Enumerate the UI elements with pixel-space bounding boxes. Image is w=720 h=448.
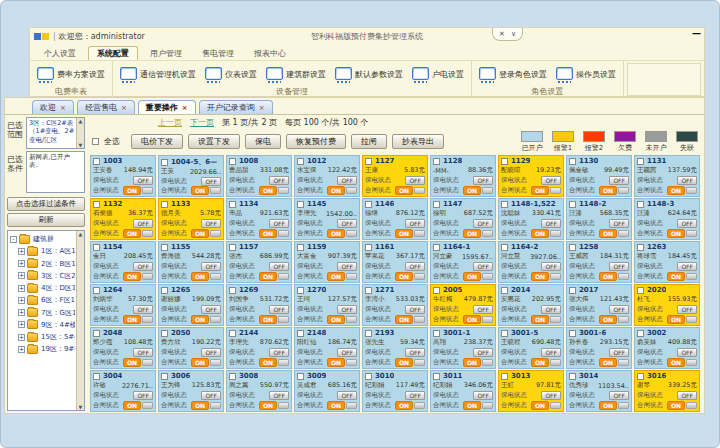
doc-tab[interactable]: 开户记录查询× [199,100,273,114]
card-checkbox[interactable] [569,201,576,208]
tree-root-node[interactable]: -建筑群 [10,233,75,245]
meter-card[interactable]: 1154金日208.45元保电状态OFF合闸状态ON [90,241,156,283]
meter-card[interactable]: 1265谢丽娜199.09元保电状态OFF合闸状态ON [158,284,224,326]
tree-node[interactable]: +19区：9#变电站（2# [10,343,75,355]
listbox-scrollbar[interactable]: ▲ ▼ [76,118,84,148]
meter-card[interactable]: 1133德月美5.78元保电状态OFF合闸状态ON [158,198,224,240]
card-checkbox[interactable] [501,373,508,380]
card-checkbox[interactable] [161,287,168,294]
meter-card[interactable]: 1008曹品甜331.08元保电状态OFF合闸状态ON [226,155,292,197]
tree-node[interactable]: +6区：F区1#井（F区1# [10,294,75,306]
meter-card[interactable]: 2017张大伟121.43元保电状态OFF合闸状态ON [566,284,632,326]
meter-card[interactable]: 2020杜飞155.93元保电状态OFF合闸状态ON [634,284,700,326]
meter-card[interactable]: 1147徐明687.52元保电状态OFF合闸状态ON [430,198,496,240]
meter-card[interactable]: 3004许敏2276.71..保电状态OFF合闸状态ON [90,370,156,412]
card-checkbox[interactable] [569,158,576,165]
meter-card[interactable]: 2148阳红仙186.74元保电状态OFF合闸状态ON [294,327,360,369]
card-checkbox[interactable] [161,201,168,208]
menu-tab[interactable]: 报表中心 [246,47,294,60]
meter-card[interactable]: 1130佩金敏99.49元保电状态OFF合闸状态ON [566,155,632,197]
meter-card[interactable]: 1164-1河立豪1595.67..保电状态OFF合闸状态ON [430,241,496,283]
meter-card[interactable]: 1161苹果花367.17元保电状态OFF合闸状态ON [362,241,428,283]
card-checkbox[interactable] [569,330,576,337]
scroll-down-icon[interactable]: ▼ [79,142,83,149]
card-checkbox[interactable] [297,201,304,208]
meter-card[interactable]: 1148-3汪漆624.64元保电状态OFF合闸状态ON [634,198,700,240]
card-checkbox[interactable] [637,244,644,251]
selected-condition-box[interactable]: 新网表,已开户表. [26,151,85,193]
meter-card[interactable]: 3001-5王晓程690.48元保电状态OFF合闸状态ON [498,327,564,369]
menu-tab[interactable]: 用户管理 [142,47,190,60]
meter-card[interactable]: 2005牛红梅479.87元保电状态OFF合闸状态ON [430,284,496,326]
close-icon[interactable]: × [60,104,66,112]
meter-card[interactable]: 1132石俊循36.37元保电状态OFF合闸状态ON [90,198,156,240]
toolbar-button[interactable]: 电价下发 [131,134,183,149]
meter-card[interactable]: 1271李湾小533.03元保电状态OFF合闸状态ON [362,284,428,326]
card-checkbox[interactable] [637,373,644,380]
meter-card[interactable]: 1269刘国争531.72元保电状态OFF合闸状态ON [226,284,292,326]
expand-icon[interactable]: + [18,321,25,328]
meter-card[interactable]: 2014安惠花202.95元保电状态OFF合闸状态ON [498,284,564,326]
meter-card[interactable]: 1128-MM-88.36元保电状态OFF合闸状态ON [430,155,496,197]
tree-node[interactable]: +3区：C区2#井（1#变电 [10,270,75,282]
tree-node[interactable]: +7区：G区1#井 [10,307,75,319]
card-checkbox[interactable] [365,244,372,251]
meter-card[interactable]: 2193张先生59.34元保电状态OFF合闸状态ON [362,327,428,369]
card-checkbox[interactable] [229,287,236,294]
expand-icon[interactable]: + [18,297,25,304]
card-checkbox[interactable] [297,330,304,337]
meter-card[interactable]: 3010纪彩娟117.49元保电状态OFF合闸状态ON [362,370,428,412]
card-checkbox[interactable] [365,330,372,337]
toolbar-button[interactable]: 拉闸 [351,134,387,149]
ribbon-button[interactable]: 默认参数设置 [335,67,403,83]
close-icon[interactable]: ✕ [499,30,505,38]
scroll-up-icon[interactable]: ▲ [79,231,83,237]
meter-card[interactable]: 1159大富金907.39元保电状态OFF合闸状态ON [294,241,360,283]
card-checkbox[interactable] [433,158,440,165]
tree-node[interactable]: +2区：B区1#热泵 [10,258,75,270]
card-checkbox[interactable] [637,287,644,294]
toolbar-button[interactable]: 抄表导出 [392,134,444,149]
meter-card[interactable]: 1148-1,522沈聪妹330.41元保电状态OFF合闸状态ON [498,198,564,240]
card-checkbox[interactable] [297,287,304,294]
card-checkbox[interactable] [93,158,100,165]
meter-card[interactable]: 1012水宝保122.42元保电状态OFF合闸状态ON [294,155,360,197]
meter-card[interactable]: 1146徐继876.12元保电状态OFF合闸状态ON [362,198,428,240]
expand-icon[interactable]: + [18,285,25,292]
refresh-button[interactable]: 刷新 [7,213,85,227]
collapse-icon[interactable]: - [10,236,17,243]
toolbar-button[interactable]: 设置下发 [188,134,240,149]
meter-card[interactable]: 3001-1高翔238.37元保电状态OFF合闸状态ON [430,327,496,369]
expand-icon[interactable]: + [18,346,25,353]
meter-card[interactable]: 3009吴成君685.16元保电状态OFF合闸状态ON [294,370,360,412]
card-checkbox[interactable] [365,373,372,380]
meter-card[interactable]: 3008周之翼550.97元保电状态OFF合闸状态ON [226,370,292,412]
meter-card[interactable]: 1131王颖茜137.59元保电状态OFF合闸状态ON [634,155,700,197]
meter-card[interactable]: 1157张杰686.99元保电状态OFF合闸状态ON [226,241,292,283]
doc-tab[interactable]: 重要操作× [138,100,196,114]
minimize-icon[interactable]: — [692,28,701,38]
card-checkbox[interactable] [501,201,508,208]
meter-card[interactable]: 1270王珂127.57元保电状态OFF合闸状态ON [294,284,360,326]
meter-card[interactable]: 1164-2河立慧3927.06..保电状态OFF合闸状态ON [498,241,564,283]
next-page-link[interactable]: 下一页 [190,117,214,128]
menu-tab[interactable]: 系统配置 [88,46,138,60]
card-checkbox[interactable] [229,158,236,165]
card-checkbox[interactable] [365,201,372,208]
card-checkbox[interactable] [161,330,168,337]
ribbon-button[interactable]: 户电设置 [412,67,464,83]
card-checkbox[interactable] [433,330,440,337]
card-checkbox[interactable] [93,373,100,380]
card-checkbox[interactable] [365,287,372,294]
card-checkbox[interactable] [637,330,644,337]
menu-tab[interactable]: 个人设置 [36,47,84,60]
meter-card[interactable]: 3002俞英妹409.88元保电状态OFF合闸状态ON [634,327,700,369]
card-checkbox[interactable] [433,373,440,380]
card-checkbox[interactable] [569,373,576,380]
scroll-up-icon[interactable]: ▲ [79,118,83,125]
menu-tab[interactable]: 售电管理 [194,47,242,60]
meter-card[interactable]: 1148-2汪漆568.35元保电状态OFF合闸状态ON [566,198,632,240]
meter-card[interactable]: 1155费海德544.28元保电状态OFF合闸状态ON [158,241,224,283]
card-checkbox[interactable] [161,373,168,380]
meter-card[interactable]: 1129配晓喧19.23元保电状态OFF合闸状态ON [498,155,564,197]
